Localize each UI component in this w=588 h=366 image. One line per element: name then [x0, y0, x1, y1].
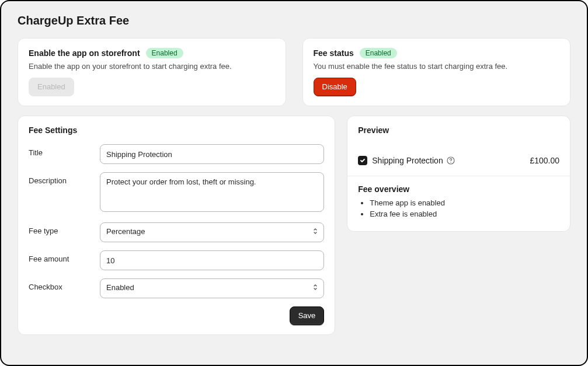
preview-price: £100.00	[530, 156, 559, 165]
fee-type-select[interactable]: Percentage	[100, 222, 324, 242]
preview-heading: Preview	[358, 126, 559, 135]
fee-overview-heading: Fee overview	[358, 184, 559, 194]
disable-button[interactable]: Disable	[314, 78, 356, 96]
form-row-checkbox: Checkbox Enabled	[29, 278, 324, 298]
fee-status-card: Fee status Enabled You must enable the f…	[302, 38, 571, 106]
app-frame: ChargeUp Extra Fee Enable the app on sto…	[0, 0, 588, 366]
form-row-description: Description Protect your order from lost…	[29, 172, 324, 214]
label-fee-amount: Fee amount	[29, 250, 100, 263]
enabled-button: Enabled	[29, 78, 74, 96]
enable-storefront-description: Enable the app on your storefront to sta…	[29, 62, 275, 71]
card-header: Fee status Enabled	[314, 48, 560, 58]
preview-checkbox[interactable]	[358, 156, 367, 165]
page-title: ChargeUp Extra Fee	[18, 14, 570, 27]
label-fee-type: Fee type	[29, 222, 100, 235]
enable-storefront-card: Enable the app on storefront Enabled Ena…	[18, 38, 286, 106]
list-item: Theme app is enabled	[370, 198, 559, 207]
fee-amount-input[interactable]	[100, 250, 324, 270]
label-checkbox: Checkbox	[29, 278, 100, 291]
enable-storefront-heading: Enable the app on storefront	[29, 48, 140, 58]
save-button[interactable]: Save	[290, 306, 325, 325]
form-row-fee-amount: Fee amount	[29, 250, 324, 270]
fee-status-heading: Fee status	[314, 48, 354, 58]
form-row-fee-type: Fee type Percentage	[29, 222, 324, 242]
fee-settings-heading: Fee Settings	[29, 126, 324, 135]
fee-overview-section: Fee overview Theme app is enabled Extra …	[347, 176, 570, 231]
form-row-title: Title	[29, 144, 324, 164]
check-icon	[360, 158, 366, 163]
preview-card: Preview Shipping Protection £100.00 Fee …	[347, 116, 570, 232]
status-badge: Enabled	[360, 48, 397, 58]
label-title: Title	[29, 144, 100, 157]
label-description: Description	[29, 172, 100, 185]
save-row: Save	[29, 306, 324, 325]
title-input[interactable]	[100, 144, 324, 164]
fee-settings-card: Fee Settings Title Description Protect y…	[18, 116, 335, 335]
checkbox-select[interactable]: Enabled	[100, 278, 324, 298]
list-item: Extra fee is enabled	[370, 210, 559, 218]
help-icon[interactable]	[447, 156, 455, 165]
card-header: Enable the app on storefront Enabled	[29, 48, 275, 58]
fee-status-description: You must enable the fee status to start …	[314, 62, 560, 71]
fee-overview-list: Theme app is enabled Extra fee is enable…	[358, 198, 559, 218]
top-row: Enable the app on storefront Enabled Ena…	[18, 38, 570, 106]
main-row: Fee Settings Title Description Protect y…	[18, 116, 570, 335]
description-textarea[interactable]: Protect your order from lost, theft or m…	[100, 172, 324, 212]
status-badge: Enabled	[146, 48, 183, 58]
preview-item-label: Shipping Protection	[372, 156, 443, 165]
preview-item-row: Shipping Protection £100.00	[347, 152, 570, 176]
svg-point-1	[450, 162, 451, 163]
